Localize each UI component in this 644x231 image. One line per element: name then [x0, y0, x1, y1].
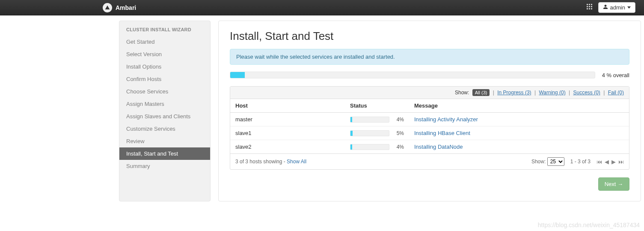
svg-rect-8 [591, 8, 592, 9]
filter-success[interactable]: Success (0) [573, 90, 600, 96]
host-cell: slave1 [230, 126, 345, 140]
brand[interactable]: Ambari [103, 3, 136, 12]
filter-show-label: Show: [455, 90, 469, 96]
sidebar-title: CLUSTER INSTALL WIZARD [119, 27, 210, 36]
sidebar-item[interactable]: Install, Start and Test [119, 147, 210, 160]
table-row: slave15%Installing HBase Client [230, 126, 629, 140]
page-next-icon[interactable]: ▶ [611, 159, 616, 165]
message-cell: Installing HBase Client [409, 126, 629, 140]
hosts-table: Host Status Message master4%Installing A… [230, 99, 629, 153]
user-menu-button[interactable]: admin [598, 2, 635, 13]
status-cell: 4% [345, 113, 409, 126]
svg-rect-4 [589, 6, 590, 7]
wizard-sidebar: CLUSTER INSTALL WIZARD Get StartedSelect… [119, 21, 211, 201]
sidebar-item[interactable]: Assign Slaves and Clients [119, 110, 210, 123]
svg-rect-0 [587, 4, 588, 5]
info-alert: Please wait while the selected services … [230, 49, 629, 65]
message-link[interactable]: Installing Activity Analyzer [414, 116, 478, 123]
sidebar-item[interactable]: Summary [119, 160, 210, 172]
message-cell: Installing Activity Analyzer [409, 113, 629, 126]
sidebar-item[interactable]: Review [119, 135, 210, 147]
filter-fail[interactable]: Fail (0) [608, 90, 624, 96]
page-prev-icon[interactable]: ◀ [605, 159, 609, 165]
page-first-icon[interactable]: ⏮ [597, 159, 602, 165]
show-all-link[interactable]: Show All [287, 159, 306, 165]
svg-rect-6 [587, 8, 588, 9]
svg-rect-3 [587, 6, 588, 7]
svg-rect-5 [591, 6, 592, 7]
svg-rect-7 [589, 8, 590, 9]
filter-all[interactable]: All (3) [472, 89, 490, 96]
sidebar-item[interactable]: Confirm Hosts [119, 73, 210, 85]
svg-rect-2 [591, 4, 592, 5]
user-icon [603, 4, 608, 11]
hosts-panel: Show: All (3) | In Progress (3) | Warnin… [230, 86, 629, 170]
filter-bar: Show: All (3) | In Progress (3) | Warnin… [230, 87, 629, 99]
brand-logo-icon [103, 3, 112, 12]
message-link[interactable]: Installing DataNode [414, 144, 463, 150]
overall-progress-row: 4 % overall [230, 72, 629, 78]
svg-rect-1 [589, 4, 590, 5]
table-row: slave24%Installing DataNode [230, 140, 629, 154]
sidebar-item[interactable]: Choose Services [119, 85, 210, 98]
sidebar-item[interactable]: Customize Services [119, 123, 210, 135]
sidebar-item[interactable]: Assign Masters [119, 98, 210, 110]
showing-text: 3 of 3 hosts showing - [235, 159, 287, 165]
page-size-select[interactable]: 25 [547, 157, 564, 166]
user-menu-label: admin [610, 4, 625, 11]
range-text: 1 - 3 of 3 [570, 159, 591, 165]
status-cell: 5% [345, 126, 409, 140]
host-cell: slave2 [230, 140, 345, 154]
column-message: Message [409, 99, 629, 113]
overall-progress-text: 4 % overall [602, 72, 629, 78]
apps-grid-icon[interactable] [586, 3, 593, 12]
column-status: Status [345, 99, 409, 113]
brand-text: Ambari [116, 4, 136, 11]
caret-down-icon [627, 6, 631, 9]
column-host: Host [230, 99, 345, 113]
navbar-right: admin [586, 2, 635, 13]
host-cell: master [230, 113, 345, 126]
status-cell: 4% [345, 140, 409, 154]
sidebar-item[interactable]: Install Options [119, 60, 210, 73]
overall-progress-bar [230, 72, 595, 78]
sidebar-item[interactable]: Get Started [119, 36, 210, 48]
filter-in-progress[interactable]: In Progress (3) [497, 90, 531, 96]
navbar: Ambari admin [0, 0, 644, 15]
page-last-icon[interactable]: ⏭ [618, 159, 624, 165]
sidebar-item[interactable]: Select Version [119, 48, 210, 60]
filter-warning[interactable]: Warning (0) [539, 90, 565, 96]
table-row: master4%Installing Activity Analyzer [230, 113, 629, 126]
pager: ⏮ ◀ ▶ ⏭ [597, 159, 624, 165]
next-button[interactable]: Next → [598, 177, 629, 191]
table-footer: 3 of 3 hosts showing - Show All Show: 25… [230, 153, 629, 169]
footer-show-label: Show: [531, 159, 546, 165]
message-cell: Installing DataNode [409, 140, 629, 154]
main-panel: Install, Start and Test Please wait whil… [218, 21, 641, 201]
message-link[interactable]: Installing HBase Client [414, 130, 470, 136]
page-title: Install, Start and Test [230, 30, 629, 43]
